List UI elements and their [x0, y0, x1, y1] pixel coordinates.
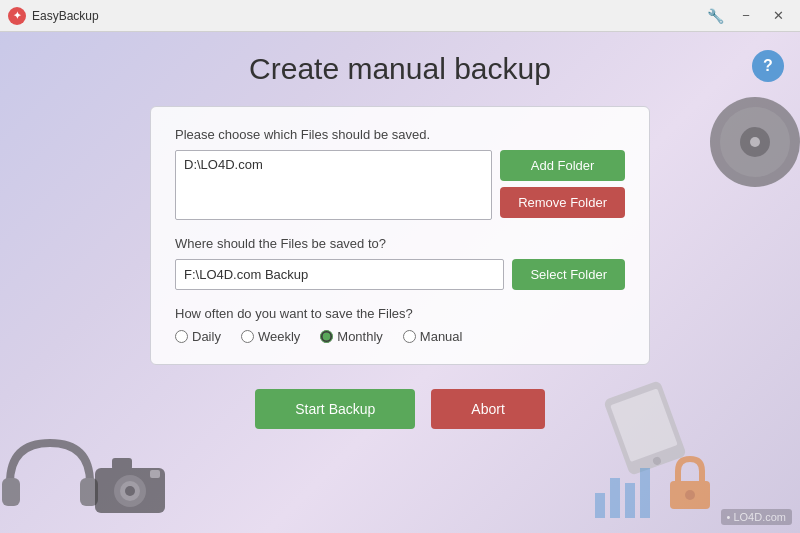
remove-folder-button[interactable]: Remove Folder [500, 187, 625, 218]
radio-weekly-input[interactable] [241, 330, 254, 343]
radio-weekly[interactable]: Weekly [241, 329, 300, 344]
bottom-buttons: Start Backup Abort [255, 389, 545, 429]
window-controls: − ✕ [732, 6, 792, 26]
app-title: EasyBackup [32, 9, 707, 23]
close-button[interactable]: ✕ [764, 6, 792, 26]
folder-list-row: D:\LO4D.com Add Folder Remove Folder [175, 150, 625, 220]
frequency-label: How often do you want to save the Files? [175, 306, 625, 321]
radio-daily-label: Daily [192, 329, 221, 344]
radio-manual-input[interactable] [403, 330, 416, 343]
app-icon: ✦ [8, 7, 26, 25]
title-bar: ✦ EasyBackup 🔧 − ✕ [0, 0, 800, 32]
folder-section-label: Please choose which Files should be save… [175, 127, 625, 142]
folder-listbox[interactable]: D:\LO4D.com [175, 150, 492, 220]
save-section-label: Where should the Files be saved to? [175, 236, 625, 251]
add-folder-button[interactable]: Add Folder [500, 150, 625, 181]
page-title: Create manual backup [249, 52, 551, 86]
folder-buttons: Add Folder Remove Folder [500, 150, 625, 220]
abort-button[interactable]: Abort [431, 389, 544, 429]
wrench-icon: 🔧 [707, 8, 724, 24]
radio-daily[interactable]: Daily [175, 329, 221, 344]
save-row: Select Folder [175, 259, 625, 290]
form-card: Please choose which Files should be save… [150, 106, 650, 365]
radio-monthly-input[interactable] [320, 330, 333, 343]
watermark: • LO4D.com [721, 509, 792, 525]
frequency-radio-group: Daily Weekly Monthly Manual [175, 329, 625, 344]
radio-monthly[interactable]: Monthly [320, 329, 383, 344]
save-path-input[interactable] [175, 259, 504, 290]
radio-manual-label: Manual [420, 329, 463, 344]
radio-monthly-label: Monthly [337, 329, 383, 344]
help-button[interactable]: ? [752, 50, 784, 82]
folder-item: D:\LO4D.com [184, 157, 263, 172]
radio-manual[interactable]: Manual [403, 329, 463, 344]
radio-daily-input[interactable] [175, 330, 188, 343]
radio-weekly-label: Weekly [258, 329, 300, 344]
minimize-button[interactable]: − [732, 6, 760, 26]
frequency-section: How often do you want to save the Files?… [175, 306, 625, 344]
main-content: Create manual backup Please choose which… [0, 32, 800, 533]
select-folder-button[interactable]: Select Folder [512, 259, 625, 290]
start-backup-button[interactable]: Start Backup [255, 389, 415, 429]
